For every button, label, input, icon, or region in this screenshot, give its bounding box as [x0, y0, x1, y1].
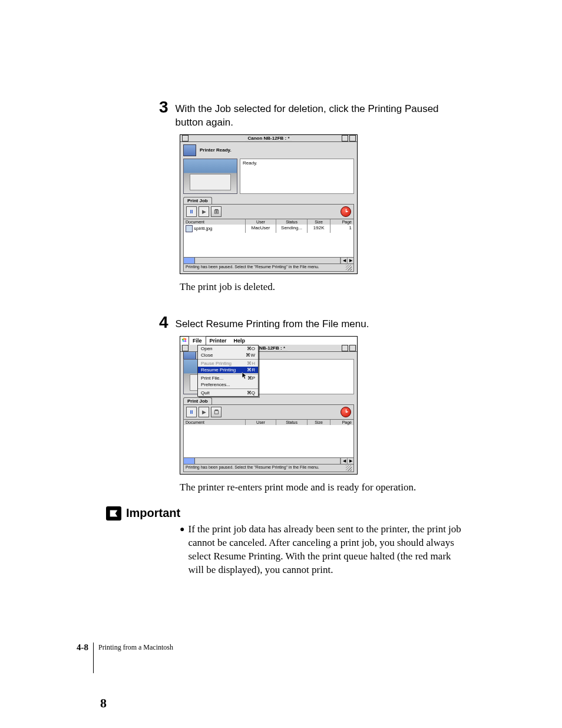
window-titlebar: Canon NB-12FB : *	[180, 135, 357, 142]
window-statusbar: Printing has been paused. Select the "Re…	[183, 465, 354, 472]
collapse-box-icon[interactable]	[349, 135, 356, 141]
important-label: Important	[126, 506, 180, 520]
print-monitor-window: Canon NB-12FB : * Printer Ready. Ready. …	[180, 134, 358, 274]
print-monitor-window-menu: File Printer Help Open⌘O Close⌘W Pause P…	[180, 336, 358, 475]
menu-item-preferences[interactable]: Preferences...	[198, 381, 258, 388]
stop-indicator-icon	[340, 407, 351, 417]
plotter-illustration	[183, 159, 237, 194]
corner-page-number: 8	[100, 696, 107, 711]
job-size: 192K	[308, 225, 331, 233]
scroll-thumb[interactable]	[184, 258, 195, 263]
job-list-empty[interactable]	[183, 425, 354, 458]
svg-point-9	[183, 340, 184, 342]
important-callout: Important	[106, 506, 562, 521]
menu-item-open[interactable]: Open⌘O	[198, 345, 258, 352]
scroll-left-icon[interactable]: ◀	[340, 258, 347, 263]
col-header-size: Size	[308, 420, 331, 425]
job-status: Sending...	[276, 225, 308, 233]
job-list[interactable]: spiriti.jpg MacUser Sending... 192K 1	[183, 225, 354, 258]
printer-ready-label: Printer Ready.	[200, 147, 232, 153]
page-footer: 4-8 Printing from a Macintosh	[77, 643, 173, 673]
col-header-status: Status	[276, 219, 308, 225]
col-header-document: Document	[184, 420, 246, 425]
scroll-left-icon[interactable]: ◀	[340, 458, 347, 464]
window-statusbar: Printing has been paused. Select the "Re…	[183, 264, 354, 272]
menu-printer[interactable]: Printer	[206, 337, 230, 345]
collapse-box-icon[interactable]	[349, 345, 356, 351]
col-header-user: User	[246, 219, 277, 225]
job-document: spiriti.jpg	[194, 226, 213, 231]
important-text: If the print job data has already been s…	[188, 523, 468, 577]
col-header-size: Size	[308, 219, 331, 225]
statusbar-text: Printing has been paused. Select the "Re…	[186, 465, 319, 471]
resume-button[interactable]: ▶	[199, 407, 209, 417]
zoom-box-icon[interactable]	[342, 345, 348, 351]
apple-menu-icon[interactable]	[180, 337, 189, 344]
svg-rect-11	[214, 411, 218, 414]
status-message-box: Ready.	[240, 159, 354, 194]
menu-item-print-file[interactable]: Print File...⌘P	[198, 375, 258, 381]
step-number: 4	[159, 314, 168, 331]
tab-printjob[interactable]: Print Job	[183, 197, 212, 204]
step-result-text: The print job is deleted.	[180, 281, 462, 293]
document-icon	[186, 225, 193, 232]
tab-printjob[interactable]: Print Job	[183, 397, 212, 404]
menu-item-resume-printing[interactable]: Resume Printing⌘R	[198, 367, 258, 373]
resume-button[interactable]: ▶	[199, 206, 209, 217]
svg-point-8	[184, 340, 186, 342]
delete-job-button[interactable]	[211, 206, 222, 217]
printer-ready-row: Printer Ready.	[180, 142, 357, 159]
menu-item-quit[interactable]: Quit⌘Q	[198, 390, 258, 396]
pause-button[interactable]: II	[186, 407, 197, 417]
job-page: 1	[330, 225, 353, 233]
delete-job-button[interactable]	[211, 407, 222, 417]
close-box-icon[interactable]	[182, 135, 189, 141]
scroll-right-icon[interactable]: ▶	[347, 258, 353, 263]
job-row[interactable]: spiriti.jpg MacUser Sending... 192K 1	[184, 225, 353, 233]
menu-help[interactable]: Help	[230, 337, 249, 345]
file-menu-dropdown: Open⌘O Close⌘W Pause Printing⌘H Resume P…	[197, 345, 259, 397]
col-header-user: User	[246, 420, 277, 425]
job-list-header: Document User Status Size Page	[183, 219, 354, 225]
resize-grip-icon[interactable]	[346, 265, 352, 271]
menu-file[interactable]: File	[189, 336, 206, 345]
pause-button[interactable]: II	[186, 206, 197, 217]
col-header-page: Page	[330, 219, 353, 225]
close-box-icon[interactable]	[182, 345, 189, 351]
scroll-right-icon[interactable]: ▶	[347, 458, 353, 464]
scroll-thumb[interactable]	[184, 458, 195, 464]
menubar: File Printer Help	[180, 337, 357, 345]
horizontal-scrollbar[interactable]: ◀ ▶	[183, 258, 354, 264]
svg-point-7	[184, 338, 186, 340]
job-list-header: Document User Status Size Page	[183, 420, 354, 425]
important-body: ● If the print job data has already been…	[180, 523, 468, 577]
important-icon	[106, 506, 121, 521]
statusbar-text: Printing has been paused. Select the "Re…	[186, 265, 319, 271]
menu-item-pause-printing: Pause Printing⌘H	[198, 360, 258, 367]
col-header-status: Status	[276, 420, 308, 425]
step-text: Select Resume Printing from the File men…	[176, 314, 369, 331]
window-title: Canon NB-12FB : *	[245, 136, 292, 141]
toolbar: II ▶	[183, 204, 354, 219]
stop-indicator-icon	[340, 206, 351, 217]
horizontal-scrollbar[interactable]: ◀ ▶	[183, 458, 354, 465]
section-title: Printing from a Macintosh	[98, 643, 173, 652]
step-result-text: The printer re-enters print mode and is …	[180, 482, 462, 493]
menu-item-close[interactable]: Close⌘W	[198, 352, 258, 358]
step-text: With the Job selected for deletion, clic…	[176, 99, 465, 130]
page-number: 4-8	[77, 643, 93, 653]
toolbar: II ▶	[183, 404, 354, 420]
step-number: 3	[159, 99, 168, 116]
col-header-page: Page	[330, 420, 353, 425]
job-user: MacUser	[246, 225, 277, 233]
col-header-document: Document	[184, 219, 246, 225]
resize-grip-icon[interactable]	[346, 465, 352, 471]
bullet-icon: ●	[180, 523, 184, 577]
printer-icon	[183, 144, 196, 156]
zoom-box-icon[interactable]	[342, 135, 348, 141]
